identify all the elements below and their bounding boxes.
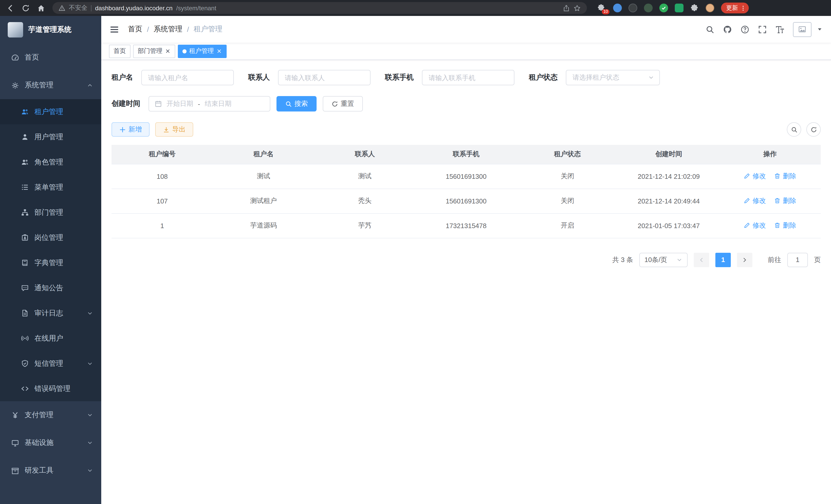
tab-home[interactable]: 首页 [109,45,131,58]
sidebar-item-notice[interactable]: 通知公告 [0,275,101,301]
screen: 不安全 dashboard.yudao.iocoder.cn/system/te… [0,0,831,504]
delete-link[interactable]: 删除 [774,172,796,181]
profile-avatar[interactable] [706,4,714,12]
toggle-search-button[interactable] [787,122,801,137]
sidebar-item-infra[interactable]: 基础设施 [0,429,101,457]
col-status: 租户状态 [517,145,618,164]
status-text: 开启 [517,213,618,238]
extension-green-icon[interactable] [675,4,684,12]
app-logo[interactable]: 芋道管理系统 [0,16,101,44]
chevron-down-icon [676,257,683,263]
github-icon[interactable] [723,25,732,34]
status-text: 关闭 [517,164,618,188]
date-range-picker[interactable]: 开始日期 - 结束日期 [148,96,270,112]
address-bar[interactable]: 不安全 dashboard.yudao.iocoder.cn/system/te… [52,2,587,14]
col-contact: 联系人 [314,145,416,164]
browser-back-icon[interactable] [6,4,15,12]
refresh-table-button[interactable] [806,122,821,137]
sidebar-item-sms[interactable]: 短信管理 [0,351,101,376]
edit-link[interactable]: 修改 [744,221,766,230]
add-button[interactable]: 新增 [112,122,149,137]
breadcrumb-separator: / [147,25,149,33]
sidebar-item-dev-tools[interactable]: 研发工具 [0,457,101,484]
sidebar-item-menu[interactable]: 菜单管理 [0,175,101,200]
extension-blue-icon[interactable] [613,4,622,12]
sidebar-item-audit-log[interactable]: 审计日志 [0,301,101,326]
search-icon[interactable] [706,25,714,34]
tab-dept[interactable]: 部门管理 [133,45,175,58]
chevron-left-icon [698,257,705,263]
update-button[interactable]: 更新 [721,3,749,13]
tenant-name-input[interactable] [141,70,234,85]
hamburger-icon[interactable] [110,25,119,34]
caret-down-icon[interactable] [816,26,823,32]
search-button[interactable]: 搜索 [277,96,317,112]
sidebar-item-dept[interactable]: 部门管理 [0,200,101,225]
reset-button[interactable]: 重置 [323,96,363,112]
date-end-placeholder: 结束日期 [205,99,231,109]
filter-form-row-2: 创建时间 开始日期 - 结束日期 搜索 重置 [112,96,821,112]
fullscreen-icon[interactable] [758,25,767,34]
next-page-button[interactable] [737,253,752,267]
user-icon [21,133,29,141]
search-icon [791,126,797,133]
sidebar-item-role[interactable]: 角色管理 [0,149,101,175]
sidebar-item-tenant[interactable]: 租户管理 [0,99,101,124]
bookmark-star-icon[interactable] [574,4,581,11]
tabs-bar: 首页 部门管理 租户管理 [101,42,831,60]
delete-link[interactable]: 删除 [774,196,796,206]
edit-link[interactable]: 修改 [744,172,766,181]
tab-tenant[interactable]: 租户管理 [178,45,227,58]
main-panel: 首页 / 系统管理 / 租户管理 [101,16,831,504]
sidebar-item-dict[interactable]: 字典管理 [0,250,101,275]
breadcrumb-home[interactable]: 首页 [128,25,142,34]
sidebar-item-home[interactable]: 首页 [0,44,101,71]
broken-image-icon [798,25,806,33]
goto-page-input[interactable] [787,253,808,267]
extension-badged-icon[interactable]: 10 [597,3,606,12]
goto-label: 前往 [768,255,781,264]
toolbox-icon [11,467,19,474]
col-tenant-id: 租户编号 [112,145,213,164]
create-time-label: 创建时间 [112,99,140,109]
sidebar-item-user[interactable]: 用户管理 [0,124,101,149]
breadcrumb-system[interactable]: 系统管理 [154,25,182,34]
extensions-menu-icon[interactable] [690,4,699,12]
date-separator: - [198,100,200,108]
refresh-icon [810,126,817,133]
sidebar-item-system[interactable]: 系统管理 [0,71,101,99]
browser-home-icon[interactable] [37,4,45,12]
phone-label: 联系手机 [385,73,414,82]
help-icon[interactable] [741,25,749,34]
announcement-icon [21,284,29,292]
extension-olive-icon[interactable] [644,4,653,12]
delete-link[interactable]: 删除 [774,221,796,230]
sidebar-item-online-users[interactable]: 在线用户 [0,326,101,351]
extension-check-icon[interactable] [659,4,668,12]
extension-dark-icon[interactable] [629,4,637,12]
prev-page-button[interactable] [694,253,709,267]
edit-link[interactable]: 修改 [744,196,766,206]
font-size-icon[interactable] [775,25,784,34]
table-row: 107 测试租户 秃头 15601691300 关闭 2021-12-14 20… [112,188,821,213]
plus-icon [119,126,126,133]
browser-extensions: 10 更新 [597,3,749,13]
status-select[interactable]: 请选择租户状态 [566,70,660,85]
browser-reload-icon[interactable] [22,4,30,12]
share-icon[interactable] [563,4,570,11]
search-icon [285,100,292,107]
contact-input[interactable] [278,70,371,85]
page-number-1[interactable]: 1 [715,253,731,267]
security-label: 不安全 [69,4,87,12]
table-toolbar: 新增 导出 [112,122,821,137]
sidebar-item-post[interactable]: 岗位管理 [0,225,101,250]
page-size-select[interactable]: 10条/页 [639,253,688,267]
phone-input[interactable] [422,70,514,85]
export-button[interactable]: 导出 [155,122,193,137]
sidebar-item-payment[interactable]: 支付管理 [0,401,101,429]
chevron-right-icon [742,257,748,263]
close-icon[interactable] [165,48,171,54]
sidebar-item-error-code[interactable]: 错误码管理 [0,376,101,401]
user-avatar[interactable] [793,22,811,37]
close-icon[interactable] [217,48,222,54]
